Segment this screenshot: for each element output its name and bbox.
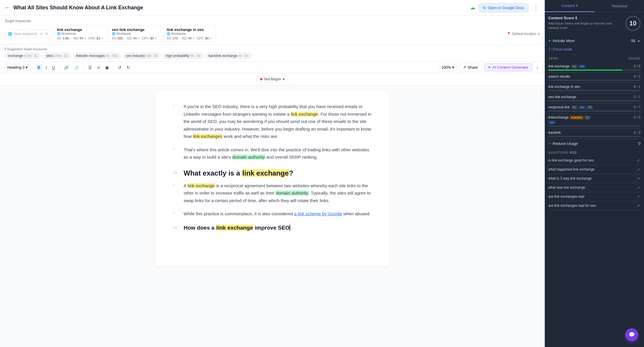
suggested-tag-2[interactable]: linkedin messages 5K · $81 <box>73 53 121 59</box>
highlight-domain-authority-1: domain authority <box>232 155 265 159</box>
highlight-link-exchange-h3: link exchange <box>216 225 253 231</box>
include-more-label-group: + Include More <box>548 38 575 43</box>
unlink-button[interactable]: 🔗 <box>72 64 81 71</box>
question-row-2[interactable]: what is 3 way link exchange ✓ <box>548 174 640 183</box>
tag-h1-5: h1 <box>584 116 591 119</box>
toolbar-sep-3 <box>83 65 84 70</box>
x-icon[interactable]: ✕ <box>45 32 48 36</box>
para-text-1[interactable]: That's where this article comes in. We'l… <box>184 146 372 161</box>
panel-scrollable-content[interactable]: Content Score ℹ Add Focus Terms and leng… <box>545 12 644 347</box>
ai-icon: ✦ <box>488 65 491 70</box>
term-name-4: reciprocal link <box>548 105 570 109</box>
question-row-3[interactable]: what was link exchange ✓ <box>548 183 640 192</box>
share-icon: ↗ <box>463 65 466 70</box>
back-button[interactable]: ← <box>5 5 10 11</box>
tab-content[interactable]: Content ℹ <box>545 0 594 12</box>
heading-select[interactable]: Heading 3 ▾ <box>5 64 30 71</box>
chat-icon: 💬 <box>629 332 635 338</box>
editor-inner[interactable]: p If you're in the SEO industry, there i… <box>156 91 389 266</box>
image-button[interactable]: ▣ <box>103 64 111 71</box>
link-button[interactable]: 🔗 <box>62 64 71 71</box>
question-row-0[interactable]: is link exchange good for seo ✓ <box>548 156 640 165</box>
suggested-tag-3[interactable]: seo industry 500 · $9 <box>123 53 161 59</box>
share-button[interactable]: ↗ Share <box>459 63 482 71</box>
term-row-3: seo link exchange 0 / 1 <box>548 93 640 103</box>
kd-stat-0: KD: 44 ↗ <box>74 37 86 40</box>
paragraph-row-0: p If you're in the SEO industry, there i… <box>173 103 372 140</box>
sv-stat-1: SV: 500 ↓ <box>112 37 125 40</box>
question-text-4: are link exchanges bad <box>548 195 584 199</box>
chevron-up-icon: ▲ <box>637 39 640 43</box>
keyword-location-2: 🌐 Worldwide <box>167 32 213 35</box>
para-label-3: p <box>173 210 179 214</box>
keywords-label: Target Keywords <box>5 19 540 23</box>
term-col-header: TERM <box>548 57 558 60</box>
h2-text-0[interactable]: What exactly is a link exchange? <box>184 169 293 177</box>
status-chevron-icon: ▾ <box>283 77 285 81</box>
cpc-stat-2: CPC: $4 ↗ <box>197 37 212 40</box>
term-name-5: linkexchange <box>548 115 569 119</box>
link-scheme-by-google[interactable]: a link scheme by Google <box>294 211 342 216</box>
globe-icon-0: 🌐 <box>57 32 60 35</box>
chat-button[interactable]: 💬 <box>625 328 638 341</box>
h3-text-0[interactable]: How does a link exchange improve SEO <box>184 225 290 231</box>
suggested-tag-4[interactable]: high probability 5K · $0 <box>162 53 203 59</box>
question-row-4[interactable]: are link exchanges bad ✓ <box>548 192 640 201</box>
tag-title-0: title <box>579 65 586 68</box>
italic-button[interactable]: I <box>43 64 49 71</box>
check-icon[interactable]: ✓ <box>40 32 43 36</box>
kd-stat-2: KD: 44 ↗ <box>182 37 195 40</box>
tag-h2-4: h2 <box>587 105 593 109</box>
term-extra-tags-5: title <box>548 121 640 124</box>
keyword-card-2: link exchange in seo 🌐 Worldwide SV: 170… <box>163 25 216 42</box>
suggested-tag-0[interactable]: exchange 673K · $2 <box>5 53 41 59</box>
plus-icon: + <box>548 38 551 43</box>
redo-button[interactable]: ↻ <box>125 64 132 71</box>
open-google-docs-button[interactable]: G Open in Google Docs <box>479 3 528 12</box>
tag-title-5b: title <box>548 121 556 124</box>
reduce-usage-header[interactable]: − Reduce Usage 0 <box>548 139 640 148</box>
suggested-tags-row: exchange 673K · $2 sites 500K · $2 linke… <box>5 53 540 59</box>
suggested-label: ℹ Suggested Target Keywords <box>5 47 540 51</box>
undo-button[interactable]: ↺ <box>116 64 123 71</box>
default-location[interactable]: 📍 Default location ∨ <box>507 32 540 36</box>
questions-header: QUESTIONS 0/12 <box>548 148 640 156</box>
term-row-2: link exchange in seo 0 / 1 <box>548 83 640 93</box>
para-text-3[interactable]: While this practice is commonplace, it i… <box>184 210 370 218</box>
term-bar-2 <box>548 90 640 91</box>
toolbar-right: 100% ▾ ↗ Share ✦ AI Content Generator › <box>439 63 540 71</box>
suggested-tag-5[interactable]: backlink exchange 40 · $4 <box>205 53 251 59</box>
para-text-2[interactable]: A link exchange is a reciprocal agreemen… <box>184 182 372 204</box>
include-more-header[interactable]: + Include More 58 ▲ <box>548 36 640 46</box>
tab-technical[interactable]: Technical <box>594 0 644 12</box>
term-name-group-4: reciprocal link h1 title h2 <box>548 105 593 109</box>
bold-button[interactable]: B <box>35 64 42 71</box>
ai-content-generator-button[interactable]: ✦ AI Content Generator <box>484 63 532 71</box>
highlight-link-exchange-h2: link exchange <box>242 169 289 177</box>
underline-button[interactable]: U <box>50 64 57 71</box>
term-name-2: link exchange in seo <box>548 85 580 89</box>
term-name-1: search results <box>548 74 570 79</box>
question-row-5[interactable]: are link exchanges bad for seo ✓ <box>548 201 640 210</box>
reduce-usage-count: 0 <box>638 141 640 146</box>
expand-toolbar-button[interactable]: › <box>535 64 540 71</box>
editor-content-area[interactable]: p If you're in the SEO industry, there i… <box>0 85 545 347</box>
cpc-stat-1: CPC: $4 ↗ <box>142 37 157 40</box>
term-name-6: backlink <box>548 131 561 135</box>
keyword-location-1: 🌐 Worldwide <box>112 32 158 35</box>
ordered-list-button[interactable]: ≡ <box>95 64 102 71</box>
reduce-usage-label: Reduce Usage <box>553 141 578 146</box>
keyword-card-0: link exchange 🌐 Worldwide SV: 3.6K ↑ KD:… <box>54 25 106 42</box>
more-options-button[interactable]: ⋮ <box>532 3 540 12</box>
question-row-1[interactable]: what happened link exchange ✓ <box>548 165 640 174</box>
term-usage-3: 0 / 1 <box>634 95 640 99</box>
focus-mode-row[interactable]: ⤢ Focus mode <box>548 46 640 53</box>
unordered-list-button[interactable]: ☰ <box>86 64 94 71</box>
keyword-stats-1: SV: 500 ↓ KD: 44 ↗ CPC: $4 ↗ <box>112 37 158 40</box>
new-keyword-input[interactable]: 🌐 New keyword ✓ ✕ <box>5 30 51 38</box>
term-row-4: reciprocal link h1 title h2 0 / 7 <box>548 103 640 114</box>
para-text-0[interactable]: If you're in the SEO industry, there is … <box>184 103 372 140</box>
suggested-tag-1[interactable]: sites 500K · $2 <box>43 53 71 59</box>
zoom-selector[interactable]: 100% ▾ <box>439 64 457 71</box>
status-badge[interactable]: Not-Begun ▾ <box>256 76 288 83</box>
